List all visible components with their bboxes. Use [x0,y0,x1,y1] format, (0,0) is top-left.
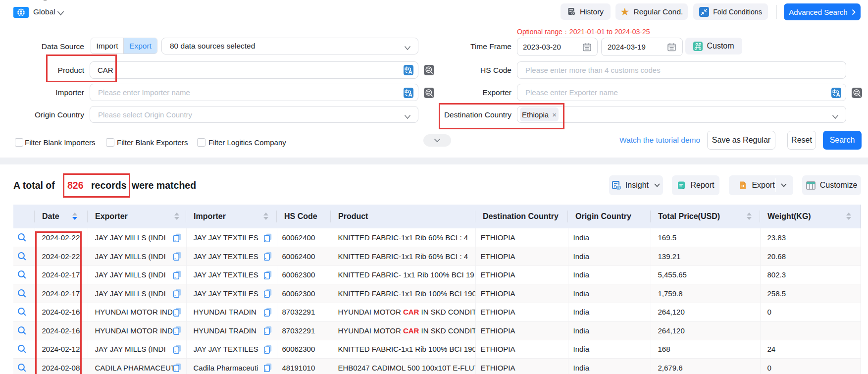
svg-text:BI: BI [617,187,620,189]
